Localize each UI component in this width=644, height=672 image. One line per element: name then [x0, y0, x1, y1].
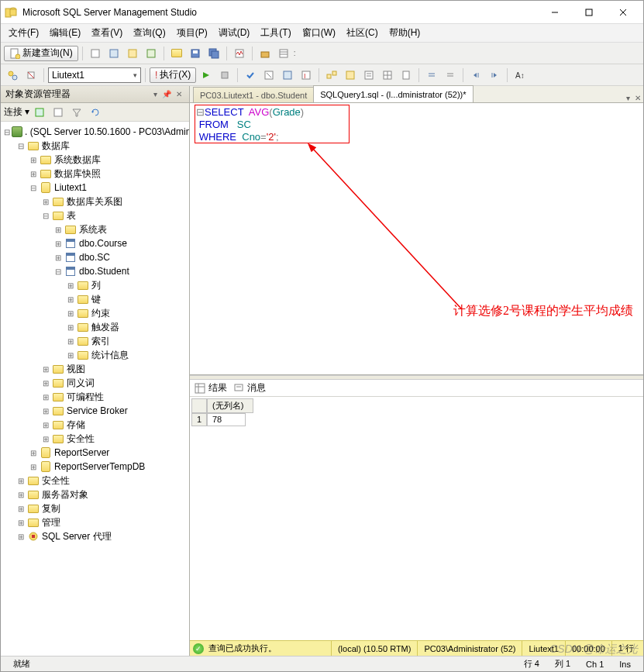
- tree-views[interactable]: ⊞视图: [2, 362, 188, 376]
- tree-servicebroker[interactable]: ⊞Service Broker: [2, 404, 188, 418]
- menu-query[interactable]: 查询(Q): [129, 25, 170, 41]
- tree-replication[interactable]: ⊞复制: [2, 501, 188, 515]
- database-selector[interactable]: Liutext1: [48, 67, 141, 83]
- tree-stats[interactable]: ⊞统计信息: [2, 348, 188, 362]
- query-options-icon[interactable]: [279, 67, 296, 84]
- results-grid[interactable]: (无列名) 1 78: [190, 397, 643, 640]
- results-grid-icon[interactable]: [379, 67, 396, 84]
- oe-btn-2[interactable]: [50, 104, 67, 121]
- folder-icon: [77, 279, 89, 291]
- object-explorer-panel: 对象资源管理器 ▾ 📌 ✕ 连接 ▾ ⊟. (SQL Server 10.50.…: [1, 86, 190, 656]
- intellisense-icon[interactable]: I: [298, 67, 315, 84]
- tree-table-student[interactable]: ⊟dbo.Student: [2, 264, 188, 278]
- increase-indent-icon[interactable]: [486, 67, 503, 84]
- decrease-indent-icon[interactable]: [467, 67, 484, 84]
- svg-point-8: [15, 54, 20, 59]
- oe-btn-1[interactable]: [31, 104, 48, 121]
- panel-dropdown-icon[interactable]: ▾: [151, 90, 160, 98]
- close-button[interactable]: [606, 2, 640, 23]
- tree-indexes[interactable]: ⊞索引: [2, 334, 188, 348]
- tree-userdb[interactable]: ⊟Liutext1: [2, 181, 188, 195]
- object-tree[interactable]: ⊟. (SQL Server 10.50.1600 - PC03\Adminis…: [1, 122, 189, 656]
- tree-reportservertemp[interactable]: ⊞ReportServerTempDB: [2, 460, 188, 474]
- tree-programmability[interactable]: ⊞可编程性: [2, 390, 188, 404]
- result-col-header[interactable]: (无列名): [207, 398, 253, 413]
- tree-synonyms[interactable]: ⊞同义词: [2, 376, 188, 390]
- menu-community[interactable]: 社区(C): [342, 25, 383, 41]
- tree-serverobjects[interactable]: ⊞服务器对象: [2, 488, 188, 501]
- tree-systables[interactable]: ⊞系统表: [2, 222, 188, 236]
- parse-icon[interactable]: [242, 67, 259, 84]
- new-query-button[interactable]: 新建查询(N): [4, 46, 78, 61]
- tree-databases[interactable]: ⊟数据库: [2, 139, 188, 153]
- tab-close-icon[interactable]: ✕: [632, 94, 643, 102]
- minimize-button[interactable]: [538, 2, 572, 23]
- include-stats-icon[interactable]: [342, 67, 359, 84]
- connect-button[interactable]: 连接 ▾: [4, 105, 29, 119]
- disconnect-icon[interactable]: [22, 67, 40, 84]
- include-plan-icon[interactable]: [323, 67, 340, 84]
- maximize-button[interactable]: [572, 2, 606, 23]
- tree-agent[interactable]: ⊞SQL Server 代理: [2, 529, 188, 543]
- pin-icon[interactable]: 📌: [160, 90, 174, 98]
- open-file-icon[interactable]: [168, 45, 185, 62]
- toolbox-icon[interactable]: [257, 45, 274, 62]
- tree-tables[interactable]: ⊟表: [2, 208, 188, 222]
- results-text-icon[interactable]: [360, 67, 377, 84]
- toolbar-btn-4[interactable]: [143, 45, 160, 62]
- tree-table-course[interactable]: ⊞dbo.Course: [2, 236, 188, 250]
- properties-icon[interactable]: [275, 45, 292, 62]
- execute-button[interactable]: ! 执行(X): [150, 67, 196, 83]
- tree-diagrams[interactable]: ⊞数据库关系图: [2, 195, 188, 208]
- activity-icon[interactable]: [231, 45, 248, 62]
- tree-server[interactable]: ⊟. (SQL Server 10.50.1600 - PC03\Adminis…: [2, 125, 188, 139]
- menu-debug[interactable]: 调试(D): [214, 25, 255, 41]
- menu-file[interactable]: 文件(F): [4, 25, 43, 41]
- stop-icon[interactable]: [216, 67, 233, 84]
- save-icon[interactable]: [187, 45, 204, 62]
- tree-sysdb[interactable]: ⊞系统数据库: [2, 153, 188, 167]
- tab-table-student[interactable]: PC03.Liutext1 - dbo.Student: [193, 87, 314, 102]
- tree-security[interactable]: ⊞安全性: [2, 474, 188, 488]
- oe-filter-icon[interactable]: [68, 104, 85, 121]
- debug-icon[interactable]: [198, 67, 215, 84]
- menu-help[interactable]: 帮助(H): [384, 25, 425, 41]
- menu-project[interactable]: 项目(P): [172, 25, 212, 41]
- toolbar-btn-3[interactable]: [124, 45, 141, 62]
- specify-values-icon[interactable]: A↕: [511, 67, 529, 84]
- menu-window[interactable]: 窗口(W): [298, 25, 340, 41]
- comment-icon[interactable]: [423, 67, 440, 84]
- tab-sqlquery1[interactable]: SQLQuery1.sql - (l...dministrator (52))*: [313, 85, 473, 102]
- tree-table-sc[interactable]: ⊞dbo.SC: [2, 250, 188, 264]
- result-cell[interactable]: 78: [207, 413, 246, 426]
- sql-code: ⊟SELECT AVG(Grade) FROM SC WHERE Cno='2'…: [196, 106, 304, 143]
- tab-overflow-icon[interactable]: ▾: [624, 94, 632, 102]
- menu-view[interactable]: 查看(V): [87, 25, 127, 41]
- oe-refresh-icon[interactable]: [87, 104, 104, 121]
- tree-keys[interactable]: ⊞键: [2, 292, 188, 306]
- sql-editor[interactable]: ⊟SELECT AVG(Grade) FROM SC WHERE Cno='2'…: [190, 103, 643, 375]
- folder-icon: [52, 405, 64, 417]
- estimated-plan-icon[interactable]: [260, 67, 277, 84]
- folder-icon: [77, 321, 89, 333]
- panel-close-icon[interactable]: ✕: [174, 90, 184, 98]
- tree-triggers[interactable]: ⊞触发器: [2, 320, 188, 334]
- menu-tools[interactable]: 工具(T): [256, 25, 295, 41]
- svg-rect-19: [280, 50, 288, 57]
- toolbar-btn-2[interactable]: [105, 45, 122, 62]
- tree-storage[interactable]: ⊞存储: [2, 418, 188, 432]
- tree-columns[interactable]: ⊞列: [2, 278, 188, 292]
- results-file-icon[interactable]: [398, 67, 415, 84]
- change-connection-icon[interactable]: [4, 67, 21, 84]
- menu-edit[interactable]: 编辑(E): [45, 25, 85, 41]
- messages-tab[interactable]: 消息: [233, 381, 266, 395]
- tree-constraints[interactable]: ⊞约束: [2, 306, 188, 320]
- tree-reportserver[interactable]: ⊞ReportServer: [2, 446, 188, 460]
- uncomment-icon[interactable]: [442, 67, 459, 84]
- toolbar-btn-1[interactable]: [87, 45, 104, 62]
- save-all-icon[interactable]: [205, 45, 222, 62]
- tree-dbsecurity[interactable]: ⊞安全性: [2, 432, 188, 446]
- results-tab[interactable]: 结果: [195, 381, 227, 395]
- tree-snapshots[interactable]: ⊞数据库快照: [2, 167, 188, 181]
- tree-management[interactable]: ⊞管理: [2, 515, 188, 529]
